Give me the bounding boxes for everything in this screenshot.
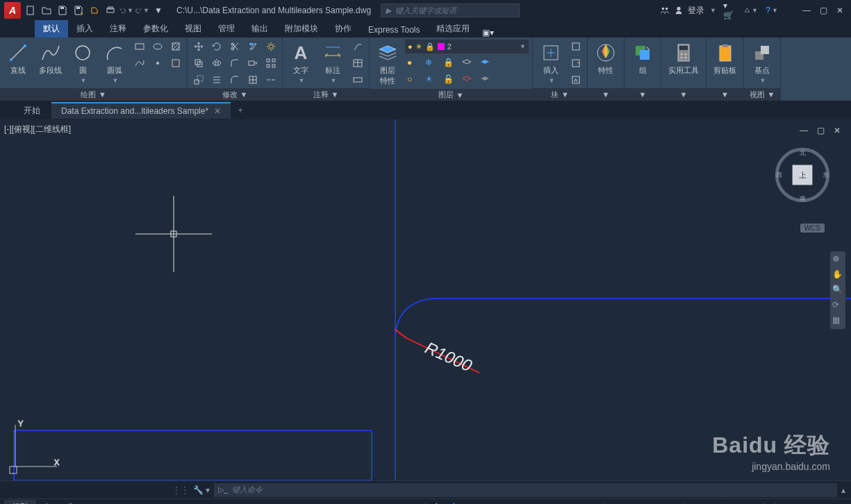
- 3dosnap-icon[interactable]: ∠: [534, 501, 549, 505]
- layer-prev-icon[interactable]: [477, 72, 493, 87]
- snap-icon[interactable]: ⊞: [406, 501, 422, 505]
- nav-wheel-icon[interactable]: ☸: [832, 254, 843, 265]
- nav-orbit-icon[interactable]: ⟳: [832, 300, 843, 311]
- region-icon[interactable]: [167, 56, 184, 71]
- customize-status-icon[interactable]: ≡: [832, 501, 847, 505]
- viewport-label[interactable]: [-][俯视][二维线框]: [4, 124, 71, 135]
- layer-uniso-icon[interactable]: [458, 72, 475, 87]
- lweight-icon[interactable]: ≡: [568, 501, 584, 505]
- tab-view[interactable]: 视图: [176, 20, 210, 37]
- trim-icon[interactable]: [226, 39, 243, 54]
- command-input[interactable]: ▷_ 键入命令: [214, 483, 837, 497]
- insert-block-button[interactable]: 插入▼: [536, 39, 566, 87]
- doc-tab-active[interactable]: Data Extraction and...ltileaders Sample*…: [51, 102, 231, 119]
- close-tab-icon[interactable]: ✕: [214, 106, 221, 116]
- stretch-icon[interactable]: [245, 56, 261, 71]
- layer-properties-button[interactable]: 图层 特性: [372, 39, 403, 89]
- layout-tab-layout1[interactable]: Layout1: [38, 500, 81, 505]
- quick-prop-icon[interactable]: ▣: [739, 501, 754, 505]
- anno-auto-icon[interactable]: ⤡: [643, 501, 659, 505]
- undo-icon[interactable]: ▼: [119, 3, 133, 17]
- break-icon[interactable]: [263, 72, 279, 87]
- chamfer-icon[interactable]: [226, 72, 243, 87]
- mirror-icon[interactable]: [208, 56, 225, 71]
- polyline-button[interactable]: 多段线: [35, 39, 66, 78]
- add-tab-icon[interactable]: +: [232, 102, 249, 119]
- user-login[interactable]: 登录 ▼: [660, 5, 716, 17]
- scale-button[interactable]: 1:1: [661, 501, 679, 505]
- tab-featured[interactable]: 精选应用: [428, 20, 478, 37]
- dimension-button[interactable]: 标注▼: [317, 39, 348, 87]
- tab-default[interactable]: 默认: [35, 20, 68, 37]
- cart-icon[interactable]: ▾ 🛒: [723, 3, 737, 17]
- table-icon[interactable]: [349, 56, 366, 71]
- customize-icon[interactable]: 🔧 ▾: [193, 485, 210, 495]
- utilities-button[interactable]: 实用工具: [664, 39, 703, 78]
- open-icon[interactable]: [40, 3, 53, 17]
- explode-icon[interactable]: [263, 39, 279, 54]
- clipboard-button[interactable]: 剪贴板: [709, 39, 741, 78]
- plot-icon[interactable]: [104, 3, 117, 17]
- grid-icon[interactable]: ▦: [389, 501, 404, 505]
- fillet-icon[interactable]: [226, 56, 243, 71]
- tab-output[interactable]: 输出: [243, 20, 276, 37]
- ortho-icon[interactable]: ∟: [464, 501, 479, 505]
- layer-freeze-icon[interactable]: ❄: [422, 56, 439, 71]
- cmdline-expand-icon[interactable]: ▴: [841, 485, 845, 495]
- qat-dropdown-icon[interactable]: ▼: [151, 3, 165, 17]
- help-icon[interactable]: ? ▼: [765, 3, 779, 17]
- spline-icon[interactable]: [131, 56, 148, 71]
- redo-icon[interactable]: ▼: [135, 3, 149, 17]
- layer-iso-icon[interactable]: [458, 56, 475, 71]
- infer-icon[interactable]: ┗: [429, 501, 445, 505]
- otrack-icon[interactable]: ⊡: [551, 501, 566, 505]
- tab-insert[interactable]: 插入: [68, 20, 101, 37]
- layer-on-icon[interactable]: ○: [404, 72, 421, 87]
- layer-lock-icon[interactable]: 🔒: [440, 56, 457, 71]
- tab-express[interactable]: Express Tools: [360, 22, 428, 37]
- a360-icon[interactable]: ▼: [744, 3, 758, 17]
- rotate-icon[interactable]: [208, 39, 225, 54]
- minimize-icon[interactable]: —: [800, 3, 813, 17]
- nav-zoom-icon[interactable]: 🔍: [832, 285, 843, 296]
- osnap-icon[interactable]: ◻: [516, 501, 531, 505]
- array-icon[interactable]: [263, 56, 279, 71]
- hatch-icon[interactable]: [167, 39, 184, 54]
- lock-ui-icon[interactable]: 🔒: [757, 501, 772, 505]
- layout-tab-model[interactable]: 模型: [4, 500, 36, 505]
- app-logo[interactable]: A: [4, 2, 21, 19]
- tab-collab[interactable]: 协作: [327, 20, 360, 37]
- isolate-icon[interactable]: ◉: [779, 501, 795, 505]
- move-icon[interactable]: [190, 39, 207, 54]
- clean-screen-icon[interactable]: ▭: [814, 501, 829, 505]
- maximize-icon[interactable]: ▢: [816, 3, 830, 17]
- edit-block-icon[interactable]: [568, 56, 584, 71]
- attr-block-icon[interactable]: A: [568, 72, 584, 87]
- hardware-icon[interactable]: ⬚: [797, 501, 812, 505]
- add-layout-icon[interactable]: +: [83, 500, 99, 505]
- copy-icon[interactable]: [190, 56, 207, 71]
- offset-icon[interactable]: [208, 72, 225, 87]
- nav-show-icon[interactable]: ▦: [832, 315, 843, 326]
- viewcube-top[interactable]: 上: [799, 171, 807, 179]
- group-button[interactable]: 组: [627, 39, 658, 78]
- circle-button[interactable]: 圆▼: [67, 39, 98, 87]
- tab-addon[interactable]: 附加模块: [276, 20, 327, 37]
- dyn-input-icon[interactable]: ╋: [447, 501, 462, 505]
- vp-maximize-icon[interactable]: ▢: [813, 124, 827, 137]
- tab-parametric[interactable]: 参数化: [135, 20, 176, 37]
- arc-button[interactable]: 圆弧▼: [99, 39, 130, 87]
- layer-thaw-icon[interactable]: ☀: [422, 72, 439, 87]
- point-icon[interactable]: [149, 56, 166, 71]
- create-block-icon[interactable]: [568, 39, 584, 54]
- cmdline-grip-icon[interactable]: ⋮⋮: [172, 485, 189, 495]
- drawing-canvas[interactable]: [-][俯视][二维线框] — ▢ ✕ R1000 Y X 上 北 南 东 西 …: [0, 119, 851, 480]
- workspace-icon[interactable]: ⚙: [687, 501, 702, 505]
- ellipse-icon[interactable]: [149, 39, 166, 54]
- close-icon[interactable]: ✕: [833, 3, 847, 17]
- layer-unlock-icon[interactable]: 🔓: [440, 72, 457, 87]
- properties-button[interactable]: 特性: [590, 39, 621, 78]
- vp-close-icon[interactable]: ✕: [830, 124, 844, 137]
- anno-monitor-icon[interactable]: ⊕: [704, 501, 720, 505]
- new-icon[interactable]: [24, 3, 38, 17]
